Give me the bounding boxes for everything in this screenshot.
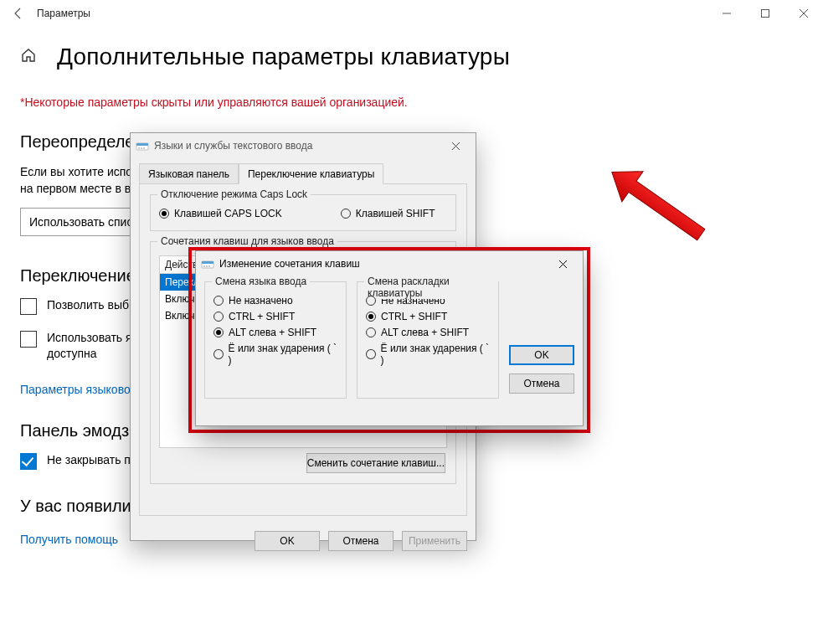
- dialog2-close-icon[interactable]: [548, 253, 578, 275]
- layout-alt-shift-radio[interactable]: ALT слева + SHIFT: [366, 327, 490, 338]
- layout-ctrl-shift-label: CTRL + SHIFT: [381, 311, 447, 322]
- dialog1-cancel-button[interactable]: Отмена: [328, 531, 393, 551]
- dialog2-title: Изменение сочетания клавиш: [219, 258, 360, 270]
- dialog2-titlebar[interactable]: Изменение сочетания клавиш: [196, 251, 583, 276]
- tab-language-bar[interactable]: Языковая панель: [139, 163, 239, 184]
- shortcuts-group-legend: Сочетания клавиш для языков ввода: [157, 235, 337, 247]
- titlebar: Параметры: [0, 0, 823, 27]
- caps-by-capslock-label: Клавишей CAPS LOCK: [174, 208, 282, 219]
- change-shortcut-dialog: Изменение сочетания клавиш Смена языка в…: [195, 250, 584, 426]
- lang-none-radio[interactable]: Не назначено: [213, 295, 337, 307]
- layout-legend: Смена раскладки клавиатуры: [364, 276, 498, 299]
- lang-alt-shift-radio[interactable]: ALT слева + SHIFT: [213, 327, 337, 338]
- layout-alt-shift-label: ALT слева + SHIFT: [381, 327, 469, 338]
- dialog1-ok-button[interactable]: OK: [255, 531, 320, 551]
- svg-rect-1: [762, 10, 769, 18]
- policy-warning: *Некоторые параметры скрыты или управляю…: [20, 95, 803, 109]
- maximize-button[interactable]: [746, 0, 784, 27]
- page-title: Дополнительные параметры клавиатуры: [57, 44, 510, 70]
- caps-by-shift-label: Клавишей SHIFT: [356, 208, 435, 219]
- capslock-group-legend: Отключение режима Caps Lock: [157, 188, 311, 200]
- minimize-button[interactable]: [707, 0, 746, 27]
- window-title: Параметры: [37, 8, 90, 19]
- lang-ctrl-shift-radio[interactable]: CTRL + SHIFT: [213, 311, 337, 322]
- dialog2-cancel-button[interactable]: Отмена: [509, 374, 574, 394]
- svg-point-11: [208, 265, 210, 267]
- svg-point-6: [143, 147, 145, 149]
- dialog1-tabs: Языковая панель Переключение клавиатуры: [139, 163, 467, 184]
- caps-by-shift-radio[interactable]: Клавишей SHIFT: [341, 208, 435, 219]
- svg-point-9: [203, 265, 205, 267]
- svg-point-4: [138, 147, 140, 149]
- close-button[interactable]: [784, 0, 823, 27]
- svg-point-5: [141, 147, 142, 149]
- layout-grave-radio[interactable]: Ё или знак ударения ( ` ): [366, 343, 490, 366]
- svg-rect-8: [202, 261, 213, 264]
- home-icon[interactable]: [20, 47, 37, 68]
- change-shortcut-button[interactable]: Сменить сочетание клавиш...: [306, 453, 445, 473]
- layout-group: Смена раскладки клавиатуры Не назначено …: [357, 281, 499, 399]
- back-button[interactable]: [0, 0, 37, 27]
- desktop-langbar-checkbox[interactable]: [20, 331, 37, 348]
- emoji-keep-open-checkbox[interactable]: [20, 453, 37, 470]
- lang-ctrl-shift-label: CTRL + SHIFT: [229, 311, 295, 322]
- keyboard-icon: [136, 139, 149, 152]
- svg-rect-3: [136, 143, 148, 146]
- dialog1-titlebar[interactable]: Языки и службы текстового ввода: [131, 133, 476, 158]
- svg-point-10: [206, 265, 208, 267]
- layout-grave-label: Ё или знак ударения ( ` ): [381, 343, 490, 366]
- get-help-link[interactable]: Получить помощь: [20, 533, 118, 546]
- capslock-group: Отключение режима Caps Lock Клавишей CAP…: [150, 194, 456, 231]
- per-app-checkbox[interactable]: [20, 298, 37, 315]
- caps-by-capslock-radio[interactable]: Клавишей CAPS LOCK: [159, 208, 282, 219]
- lang-grave-label: Ё или знак ударения ( ` ): [229, 343, 337, 366]
- input-language-legend: Смена языка ввода: [212, 276, 310, 287]
- input-language-group: Смена языка ввода Не назначено CTRL + SH…: [204, 281, 347, 399]
- dialog1-title: Языки и службы текстового ввода: [154, 140, 312, 152]
- lang-alt-shift-label: ALT слева + SHIFT: [229, 327, 316, 338]
- tab-keyboard-switch[interactable]: Переключение клавиатуры: [239, 163, 383, 184]
- lang-grave-radio[interactable]: Ё или знак ударения ( ` ): [213, 343, 337, 366]
- dialog1-apply-button: Применить: [402, 531, 467, 551]
- lang-none-label: Не назначено: [229, 295, 293, 307]
- dialog1-close-icon[interactable]: [440, 135, 471, 157]
- layout-ctrl-shift-radio[interactable]: CTRL + SHIFT: [366, 311, 490, 322]
- dialog2-ok-button[interactable]: OK: [509, 345, 574, 365]
- keyboard-icon: [201, 257, 214, 270]
